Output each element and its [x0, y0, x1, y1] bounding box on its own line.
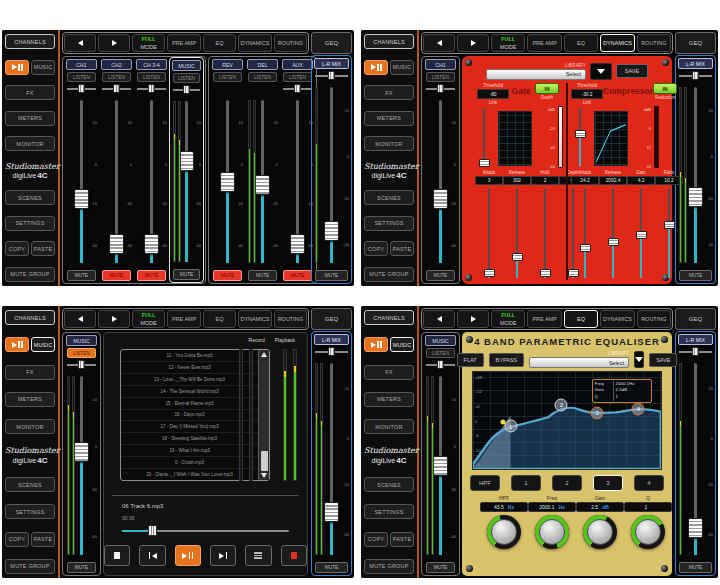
fader[interactable]: 100-10-40: [135, 95, 168, 268]
mute-group-button[interactable]: MUTE GROUP: [364, 559, 414, 574]
fader[interactable]: 100-10-40: [424, 95, 457, 268]
pan-knob[interactable]: [113, 84, 120, 93]
full-mode-button[interactable]: FULLMODE: [132, 34, 165, 52]
tab-routing[interactable]: ROUTING: [637, 310, 671, 328]
band-button-hpf[interactable]: HPF: [470, 475, 500, 491]
pan-knob[interactable]: [437, 360, 444, 369]
next-track-button[interactable]: [210, 545, 236, 566]
eq-band-handle-2[interactable]: 2: [555, 398, 568, 411]
sidebar-item-monitor[interactable]: MONITOR: [364, 419, 414, 434]
library-dropdown-button[interactable]: [634, 351, 644, 368]
library-dropdown-button[interactable]: [590, 63, 612, 80]
slider-knob[interactable]: [575, 130, 586, 138]
channel-label-button[interactable]: DEL: [247, 59, 278, 70]
knob-cap[interactable]: [587, 519, 613, 545]
pan-knob[interactable]: [78, 360, 85, 369]
pan-slider[interactable]: [102, 84, 132, 93]
tab-preamp[interactable]: PRE AMP: [527, 310, 561, 328]
pan-slider[interactable]: [315, 71, 348, 80]
tab-dynamics[interactable]: DYNAMICS: [238, 310, 271, 328]
slider-value[interactable]: 24.2: [571, 176, 599, 185]
next-bank-button[interactable]: [98, 34, 130, 52]
fader[interactable]: 100-10-40: [100, 95, 133, 268]
pan-knob[interactable]: [437, 84, 444, 93]
parameter-slider[interactable]: [538, 186, 552, 280]
track-list-item[interactable]: 12 - Never Ever.mp3: [121, 362, 258, 374]
mute-button[interactable]: MUTE: [248, 270, 278, 281]
listen-button[interactable]: LISTEN: [248, 72, 277, 82]
sidebar-item-fx[interactable]: FX: [364, 365, 414, 380]
mute-group-button[interactable]: MUTE GROUP: [5, 559, 55, 574]
parameter-knob[interactable]: [487, 515, 521, 549]
in-button[interactable]: IN: [653, 83, 677, 94]
eq-band-handle-4[interactable]: 4: [632, 402, 645, 415]
sidebar-item-settings[interactable]: SETTINGS: [364, 216, 414, 231]
prev-bank-button[interactable]: [423, 34, 455, 52]
channel-label-button[interactable]: MUSIC: [66, 335, 97, 346]
knob-cap[interactable]: [635, 519, 661, 545]
track-list-item[interactable]: 18 - Sleeping Satellite.mp3: [121, 433, 258, 445]
fader[interactable]: 100-10-40: [171, 96, 202, 267]
eq-curve-graph[interactable]: +18+12+60-6-12-181234Freq2000.1HzGain2.5…: [472, 371, 662, 470]
pan-knob[interactable]: [692, 347, 699, 356]
copy-button[interactable]: COPY: [364, 532, 388, 547]
sidebar-item-meters[interactable]: METERS: [364, 111, 414, 126]
fader[interactable]: 100-10-40: [211, 95, 244, 268]
sidebar-item-scenes[interactable]: SCENES: [5, 477, 55, 492]
tab-eq[interactable]: EQ: [203, 310, 236, 328]
mute-button[interactable]: MUTE: [315, 270, 348, 281]
band-button-4[interactable]: 4: [634, 475, 664, 491]
fader[interactable]: 100-10-40: [65, 371, 98, 560]
channel-label-button[interactable]: CH1: [425, 59, 456, 70]
track-list-item[interactable]: 19 - What I Am.mp3: [121, 445, 258, 457]
playlist-button[interactable]: [245, 545, 271, 566]
threshold-slider[interactable]: [571, 106, 589, 168]
mute-button[interactable]: MUTE: [426, 270, 456, 281]
next-bank-button[interactable]: [98, 310, 130, 328]
pan-slider[interactable]: [679, 347, 712, 356]
parameter-knob[interactable]: [535, 515, 569, 549]
sidebar-item-settings[interactable]: SETTINGS: [364, 504, 414, 519]
play-pause-button[interactable]: [364, 337, 388, 352]
channel-label-button[interactable]: AUX: [282, 59, 313, 70]
parameter-slider[interactable]: [482, 186, 496, 280]
channel-label-button[interactable]: CH 3-4: [136, 59, 167, 70]
copy-button[interactable]: COPY: [364, 241, 388, 256]
fader[interactable]: 100-10-40: [313, 82, 350, 268]
sidebar-item-monitor[interactable]: MONITOR: [364, 136, 414, 151]
geq-button[interactable]: GEQ: [311, 308, 352, 330]
geq-button[interactable]: GEQ: [675, 308, 716, 330]
record-button[interactable]: [281, 545, 307, 566]
pan-slider[interactable]: [67, 360, 97, 369]
library-select[interactable]: Select: [486, 69, 586, 80]
band-button-2[interactable]: 2: [552, 475, 582, 491]
fader[interactable]: 100-10-40: [246, 95, 279, 268]
track-list-item[interactable]: 13 - Love..._Thy Will Be Done.mp3: [121, 374, 258, 386]
threshold-slider[interactable]: [475, 106, 493, 168]
mute-button[interactable]: MUTE: [426, 562, 456, 573]
sidebar-item-scenes[interactable]: SCENES: [364, 477, 414, 492]
threshold-value[interactable]: -80: [477, 89, 509, 99]
mute-button[interactable]: MUTE: [315, 562, 348, 573]
pan-slider[interactable]: [67, 84, 97, 93]
pan-slider[interactable]: [426, 84, 456, 93]
parameter-knob[interactable]: [583, 515, 617, 549]
track-list-item[interactable]: 16 - Days.mp3: [121, 410, 258, 422]
prev-bank-button[interactable]: [423, 310, 455, 328]
track-list-item[interactable]: 14 - The Sensual World.mp3: [121, 386, 258, 398]
tab-preamp[interactable]: PRE AMP: [527, 34, 561, 52]
pan-slider[interactable]: [679, 71, 712, 80]
next-bank-button[interactable]: [457, 34, 489, 52]
track-list-item[interactable]: 17 - Day (I Missed You).mp3: [121, 421, 258, 433]
sidebar-item-fx[interactable]: FX: [5, 365, 55, 380]
prev-bank-button[interactable]: [64, 310, 96, 328]
pan-knob[interactable]: [328, 71, 335, 80]
slider-value[interactable]: 3: [475, 176, 503, 185]
tab-routing[interactable]: ROUTING: [274, 34, 307, 52]
tab-routing[interactable]: ROUTING: [637, 34, 671, 52]
sidebar-item-monitor[interactable]: MONITOR: [5, 136, 55, 151]
sidebar-item-settings[interactable]: SETTINGS: [5, 216, 55, 231]
sidebar-item-scenes[interactable]: SCENES: [5, 190, 55, 205]
listen-button[interactable]: LISTEN: [213, 72, 242, 82]
channel-label-button[interactable]: REV: [212, 59, 243, 70]
